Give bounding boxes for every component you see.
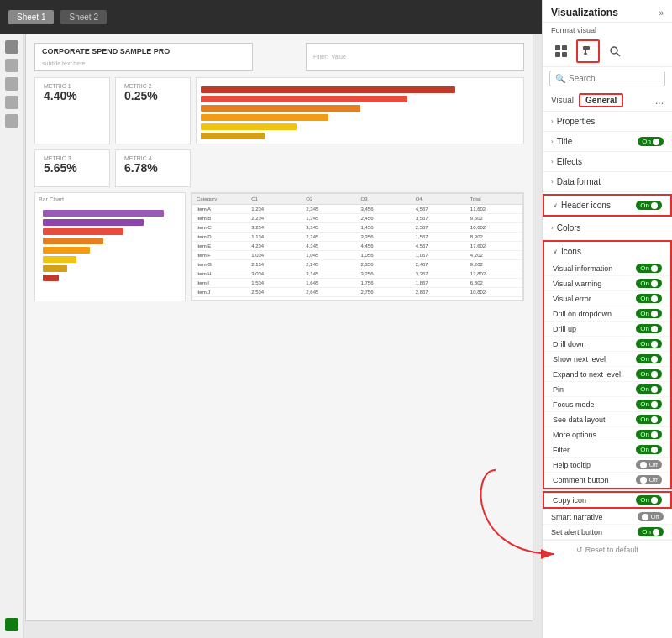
search-box[interactable]: 🔍 bbox=[549, 71, 665, 86]
header-icons-row[interactable]: ∨ Header icons On bbox=[544, 196, 670, 215]
svg-rect-1 bbox=[562, 45, 567, 50]
colors-label: Colors bbox=[557, 223, 581, 233]
properties-chevron: › bbox=[551, 118, 554, 125]
icon-row-drill-up: Drill up On bbox=[544, 322, 670, 337]
smart-narrative-toggle[interactable]: Off bbox=[638, 512, 664, 521]
header-icons-label: Header icons bbox=[561, 201, 611, 210]
visual-error-label: Visual error bbox=[553, 295, 636, 303]
header-icons-section: ∨ Header icons On bbox=[543, 194, 672, 217]
data-format-chevron: › bbox=[551, 178, 554, 186]
analytics-icon-button[interactable] bbox=[603, 39, 627, 63]
format-icons-row bbox=[543, 36, 672, 67]
icon-row-pin: Pin On bbox=[544, 382, 670, 397]
icons-section-chevron: ∨ bbox=[553, 248, 558, 255]
kpi-card-4: METRIC 4 6.78% bbox=[115, 149, 191, 187]
visual-general-row: Visual General ... bbox=[543, 90, 672, 112]
visual-label: Visual bbox=[551, 96, 574, 105]
show-next-level-label: Show next level bbox=[553, 355, 636, 363]
see-data-layout-label: See data layout bbox=[553, 416, 636, 424]
panel-scroll-area[interactable]: › Properties › Title On › Effects › Data… bbox=[543, 112, 672, 638]
colors-section[interactable]: › Colors bbox=[543, 218, 672, 238]
icon-row-show-next-level: Show next level On bbox=[544, 352, 670, 367]
svg-point-7 bbox=[611, 47, 617, 54]
header-icons-toggle[interactable]: On bbox=[636, 201, 662, 210]
copy-icon-toggle[interactable]: On bbox=[636, 495, 662, 505]
title-section[interactable]: › Title On bbox=[543, 132, 672, 152]
filter-toggle[interactable]: On bbox=[636, 445, 662, 454]
general-badge[interactable]: General bbox=[579, 93, 623, 107]
title-chevron: › bbox=[551, 138, 554, 145]
kpi-row-2: METRIC 3 5.65% METRIC 4 6.78% bbox=[34, 149, 524, 187]
title-toggle-dot bbox=[653, 139, 659, 145]
visualizations-panel: Visualizations » Format visual bbox=[542, 0, 672, 638]
icon-row-set-alert-button: Set alert button On bbox=[543, 525, 672, 540]
effects-section[interactable]: › Effects bbox=[543, 152, 672, 172]
comment-button-label: Comment button bbox=[553, 476, 636, 484]
drill-up-label: Drill up bbox=[553, 325, 636, 333]
icon-row-expand-to-next-level: Expand to next level On bbox=[544, 367, 670, 382]
drill-up-toggle[interactable]: On bbox=[636, 324, 662, 333]
copy-icon-toggle-dot bbox=[651, 497, 658, 504]
expand-to-next-level-toggle[interactable]: On bbox=[636, 369, 662, 379]
drill-on-dropdown-label: Drill on dropdown bbox=[553, 310, 636, 318]
icon-row-focus-mode: Focus mode On bbox=[544, 397, 670, 412]
topbar: Sheet 1 Sheet 2 bbox=[0, 0, 542, 34]
reset-default-button[interactable]: ↺ Reset to default bbox=[576, 546, 638, 554]
show-next-level-toggle[interactable]: On bbox=[636, 354, 662, 363]
filter-label: Filter bbox=[553, 446, 636, 454]
dashboard-panel: Sheet 1 Sheet 2 CORPORATE SPEND SAMPLE P… bbox=[0, 0, 542, 638]
search-icon: 🔍 bbox=[555, 74, 565, 83]
copy-icon-label: Copy icon bbox=[553, 496, 636, 505]
set-alert-button-toggle[interactable]: On bbox=[638, 527, 664, 536]
icon-row-drill-down: Drill down On bbox=[544, 337, 670, 352]
drill-on-dropdown-toggle[interactable]: On bbox=[636, 309, 662, 318]
panel-collapse-button[interactable]: » bbox=[659, 8, 664, 18]
icons-section-header[interactable]: ∨ Icons bbox=[544, 242, 670, 261]
panel-title: Visualizations bbox=[551, 7, 618, 18]
icon-row-visual-error: Visual error On bbox=[544, 291, 670, 306]
data-format-section[interactable]: › Data format bbox=[543, 172, 672, 192]
header-icons-chevron: ∨ bbox=[553, 201, 558, 209]
help-tooltip-toggle[interactable]: Off bbox=[636, 460, 662, 469]
svg-rect-6 bbox=[584, 53, 587, 55]
dashboard-title: CORPORATE SPEND SAMPLE PRO bbox=[42, 47, 245, 55]
svg-rect-2 bbox=[555, 52, 560, 57]
tab-sheet2[interactable]: Sheet 2 bbox=[60, 10, 106, 24]
pin-toggle[interactable]: On bbox=[636, 384, 662, 394]
comment-button-toggle[interactable]: Off bbox=[636, 475, 662, 484]
kpi-card-2: METRIC 2 0.25% bbox=[115, 77, 191, 144]
icons-section: ∨ Icons Visual information On Visual war… bbox=[543, 240, 672, 489]
drill-down-label: Drill down bbox=[553, 340, 636, 348]
smart-narrative-label: Smart narrative bbox=[551, 513, 638, 521]
icon-row-see-data-layout: See data layout On bbox=[544, 412, 670, 427]
properties-section[interactable]: › Properties bbox=[543, 112, 672, 132]
more-options-toggle[interactable]: On bbox=[636, 430, 662, 439]
icon-row-help-tooltip: Help tooltip Off bbox=[544, 458, 670, 473]
visual-warning-toggle[interactable]: On bbox=[636, 279, 662, 288]
data-format-icon-button[interactable] bbox=[549, 39, 573, 63]
colors-chevron: › bbox=[551, 224, 554, 232]
visual-information-label: Visual information bbox=[553, 264, 636, 273]
title-label: Title bbox=[557, 137, 573, 146]
header-icons-toggle-label: On bbox=[640, 201, 649, 209]
icon-row-smart-narrative: Smart narrative Off bbox=[543, 510, 672, 525]
visual-information-toggle[interactable]: On bbox=[636, 264, 662, 273]
see-data-layout-toggle[interactable]: On bbox=[636, 415, 662, 424]
panel-header: Visualizations » bbox=[543, 0, 672, 23]
svg-rect-0 bbox=[555, 45, 560, 50]
kpi-card-1: METRIC 1 4.40% bbox=[34, 77, 110, 144]
pin-label: Pin bbox=[553, 385, 636, 394]
format-visual-icon-button[interactable] bbox=[576, 39, 600, 63]
tab-sheet1[interactable]: Sheet 1 bbox=[8, 10, 54, 24]
svg-rect-5 bbox=[585, 49, 586, 53]
search-input[interactable] bbox=[569, 74, 659, 83]
visual-error-toggle[interactable]: On bbox=[636, 294, 662, 303]
more-options-label: More options bbox=[553, 431, 636, 439]
focus-mode-toggle[interactable]: On bbox=[636, 400, 662, 409]
more-options-button[interactable]: ... bbox=[655, 95, 664, 107]
title-toggle[interactable]: On bbox=[638, 137, 664, 146]
effects-label: Effects bbox=[557, 157, 582, 166]
icon-row-filter: Filter On bbox=[544, 442, 670, 458]
drill-down-toggle[interactable]: On bbox=[636, 339, 662, 348]
data-format-label: Data format bbox=[557, 177, 601, 186]
